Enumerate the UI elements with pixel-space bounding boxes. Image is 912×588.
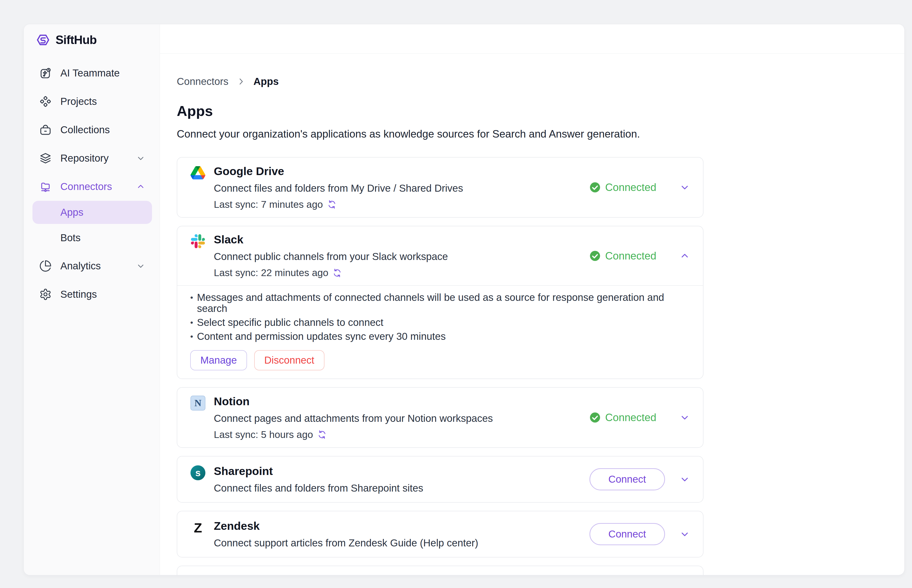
connector-name: Document 360	[214, 574, 414, 575]
last-sync-text: Last sync: 5 hours ago	[214, 429, 313, 440]
connector-description: Connect files and folders from Sharepoin…	[214, 482, 423, 494]
ai-teammate-icon	[39, 67, 52, 79]
bullet: •	[190, 317, 193, 328]
slack-details: • Messages and attachments of connected …	[177, 286, 703, 378]
bullet: •	[190, 292, 193, 314]
expand-card-button[interactable]	[680, 412, 690, 423]
connector-name: Google Drive	[214, 165, 463, 178]
sidebar-item-label: Analytics	[60, 260, 101, 272]
breadcrumb-current: Apps	[253, 76, 279, 87]
repository-icon	[39, 152, 52, 165]
refresh-icon[interactable]	[332, 268, 342, 278]
status-badge: Connected	[589, 181, 656, 193]
sidebar-item-label: Settings	[60, 289, 97, 300]
connector-card-document-360: D Document 360 Connect support articles …	[177, 565, 704, 575]
connector-card-slack: Slack Connect public channels from your …	[177, 226, 704, 379]
sidebar-item-apps[interactable]: Apps	[32, 201, 152, 224]
sidebar-item-projects[interactable]: Projects	[32, 87, 152, 116]
sidebar-item-repository[interactable]: Repository	[32, 144, 152, 173]
refresh-icon[interactable]	[317, 430, 327, 439]
chevron-down-icon	[680, 182, 690, 193]
detail-item: • Messages and attachments of connected …	[190, 292, 690, 314]
detail-text: Messages and attachments of connected ch…	[197, 292, 690, 314]
connector-card-notion: N Notion Connect pages and attachments f…	[177, 387, 704, 448]
projects-icon	[39, 95, 52, 108]
page-title: Apps	[177, 103, 904, 120]
connector-description: Connect files and folders from My Drive …	[214, 183, 463, 194]
check-circle-icon	[589, 182, 601, 193]
main-area: Connectors Apps Apps Connect your organi…	[160, 24, 904, 575]
connector-name: Slack	[214, 233, 448, 246]
connectors-icon	[39, 180, 52, 193]
refresh-icon[interactable]	[327, 199, 337, 210]
connect-button[interactable]: Connect	[589, 468, 665, 490]
check-circle-icon	[589, 412, 601, 423]
chevron-up-icon	[680, 250, 690, 261]
sifthub-logo-icon	[36, 33, 50, 47]
sidebar-nav: AI Teammate Projects	[32, 59, 152, 309]
breadcrumb-connectors-link[interactable]: Connectors	[177, 76, 229, 87]
sidebar: SiftHub AI Teammate	[24, 24, 160, 575]
breadcrumb: Connectors Apps	[177, 75, 904, 88]
expand-card-button[interactable]	[680, 529, 690, 540]
disconnect-button[interactable]: Disconnect	[254, 350, 324, 370]
sidebar-item-analytics[interactable]: Analytics	[32, 252, 152, 280]
connector-name: Sharepoint	[214, 465, 423, 478]
sidebar-item-label: Repository	[60, 152, 109, 164]
sidebar-item-label: Connectors	[60, 181, 112, 192]
brand-name: SiftHub	[56, 33, 97, 47]
check-circle-icon	[589, 250, 601, 262]
connector-description: Connect public channels from your Slack …	[214, 251, 448, 262]
chevron-down-icon	[680, 529, 690, 540]
status-label: Connected	[605, 412, 656, 423]
google-drive-icon	[190, 165, 206, 181]
brand: SiftHub	[32, 32, 152, 48]
connector-description: Connect pages and attachments from your …	[214, 413, 493, 424]
detail-text: Select specific public channels to conne…	[197, 317, 383, 328]
status-badge: Connected	[589, 250, 656, 262]
slack-icon	[190, 234, 206, 249]
chevron-down-icon[interactable]	[136, 153, 145, 163]
manage-button[interactable]: Manage	[190, 350, 247, 370]
sidebar-item-collections[interactable]: Collections	[32, 116, 152, 144]
connect-button[interactable]: Connect	[589, 523, 665, 545]
status-label: Connected	[605, 250, 656, 262]
connector-card-google-drive: Google Drive Connect files and folders f…	[177, 157, 704, 218]
analytics-icon	[39, 260, 52, 272]
status-badge: Connected	[589, 412, 656, 423]
notion-icon: N	[190, 395, 206, 411]
detail-item: • Content and permission updates sync ev…	[190, 331, 690, 342]
detail-text: Content and permission updates sync ever…	[197, 331, 446, 342]
bullet: •	[190, 331, 193, 342]
expand-card-button[interactable]	[680, 474, 690, 485]
chevron-right-icon	[236, 77, 246, 86]
page-subtitle: Connect your organization's applications…	[177, 128, 904, 140]
app-window: SiftHub AI Teammate	[24, 24, 904, 575]
sidebar-item-label: Bots	[60, 232, 81, 244]
collapse-card-button[interactable]	[680, 250, 690, 261]
sidebar-item-label: Projects	[60, 96, 97, 107]
expand-card-button[interactable]	[680, 182, 690, 193]
connector-card-sharepoint: s Sharepoint Connect files and folders f…	[177, 456, 704, 502]
top-header-bar	[160, 24, 904, 53]
document-360-icon: D	[190, 575, 206, 575]
sidebar-item-connectors[interactable]: Connectors	[32, 173, 152, 201]
collections-icon	[39, 124, 52, 136]
sidebar-item-settings[interactable]: Settings	[32, 280, 152, 309]
sharepoint-icon: s	[190, 465, 206, 480]
connector-name: Notion	[214, 395, 493, 408]
connector-list: Google Drive Connect files and folders f…	[177, 157, 704, 575]
connector-description: Connect support articles from Zendesk Gu…	[214, 537, 478, 549]
last-sync-text: Last sync: 22 minutes ago	[214, 267, 328, 278]
sidebar-item-label: AI Teammate	[60, 67, 120, 79]
last-sync-text: Last sync: 7 minutes ago	[214, 199, 323, 210]
detail-item: • Select specific public channels to con…	[190, 317, 690, 328]
chevron-up-icon[interactable]	[136, 182, 145, 191]
chevron-down-icon	[680, 412, 690, 423]
chevron-down-icon[interactable]	[136, 262, 145, 271]
connector-name: Zendesk	[214, 519, 478, 533]
sidebar-item-label: Collections	[60, 124, 110, 136]
sidebar-item-ai-teammate[interactable]: AI Teammate	[32, 59, 152, 87]
sidebar-item-bots[interactable]: Bots	[32, 224, 152, 252]
connector-card-zendesk: Z Zendesk Connect support articles from …	[177, 511, 704, 557]
